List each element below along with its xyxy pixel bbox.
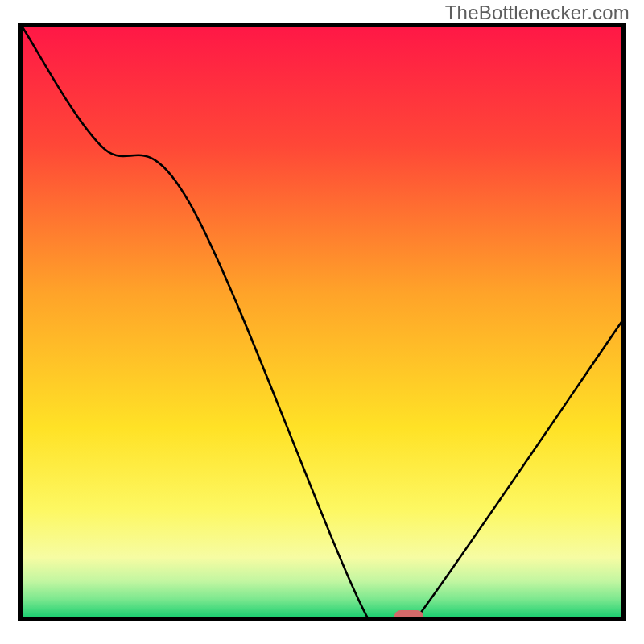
chart-svg (18, 23, 626, 621)
source-watermark: TheBottlenecker.com (445, 2, 630, 24)
chart-container: TheBottlenecker.com (0, 0, 644, 644)
plot-area (18, 23, 626, 621)
svg-rect-0 (23, 27, 621, 617)
